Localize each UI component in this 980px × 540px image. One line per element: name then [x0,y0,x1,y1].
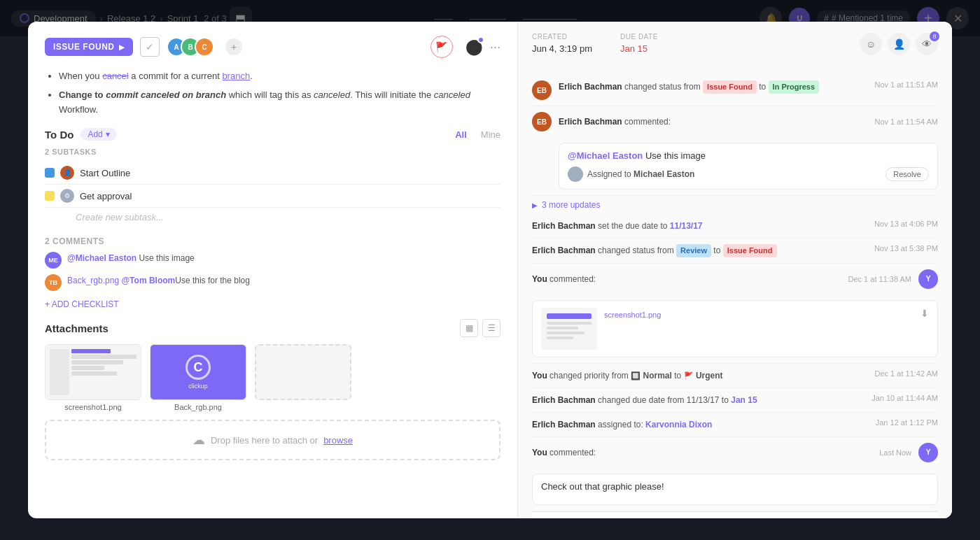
attachment-name-1: screenshot1.png [45,403,141,411]
eye-icon[interactable]: 👁 8 [916,33,938,55]
create-subtask-input[interactable]: Create new subtask... [45,208,500,227]
mention-1[interactable]: @Michael Easton [67,253,136,263]
list-view-button[interactable]: ☰ [482,319,500,337]
priority-urgent: Urgent [696,371,723,381]
subtasks-label: 2 SUBTASKS [45,148,500,156]
activity-item-4: Erlich Bachman changed status from Revie… [532,239,938,264]
smiley-icon[interactable]: ☺ [860,33,882,55]
mock-left [50,349,69,395]
comment-block-9: Check out that graphic please! [532,474,938,505]
add-checklist-label: + ADD CHECKLIST [45,299,119,309]
comment-input-area: ➤ [532,511,938,519]
todo-title: To Do [45,129,74,141]
resolve-button[interactable]: Resolve [886,167,929,181]
status-to-1: In Progress [769,80,820,94]
assign-avatar [568,166,583,182]
download-icon[interactable]: ⬇ [920,308,929,319]
attachment-thumb-3[interactable] [255,344,351,400]
activity-item-6: You changed priority from 🔲 Normal to 🚩 … [532,364,938,388]
activity-item-5: You commented: Dec 1 at 11:38 AM Y [532,264,938,364]
act-name-4: Erlich Bachman [532,246,596,255]
screenshot-filename[interactable]: screenshot1.png [604,311,661,319]
flag-button[interactable]: 🚩 [430,36,453,58]
status-to-2: Issue Found [723,244,777,257]
attachments-header: Attachments ▦ ☰ [45,319,500,337]
attachment-2: C clickup Back_rgb.png [150,344,246,411]
you-label-1: You [532,274,547,284]
upload-icon: ☁ [192,432,205,448]
right-meta: CREATED Jun 4, 3:19 pm DUE DATE Jan 15 ☺… [532,33,938,64]
comment-row-2: TB Back_rgb.png @Tom BloomUse this for t… [45,274,500,291]
img-bar [547,313,592,319]
comments-header: 2 COMMENTS [45,236,500,246]
more-options-button[interactable]: ··· [490,40,500,55]
tab-all[interactable]: All [455,129,467,140]
act-avatar-5: Y [918,269,938,289]
old-due: 11/13/17 [687,395,720,405]
you-label-3: You [532,448,547,457]
act-text-8: Erlich Bachman assigned to: Karvonnia Di… [532,418,869,431]
comment-block-2: @Michael Easton Use this image Assigned … [559,143,938,190]
github-notif-dot [477,36,484,43]
issue-header: ISSUE FOUND ▶ ✓ A B C + 🚩 ⬤ ··· [45,36,500,58]
issue-modal: ISSUE FOUND ▶ ✓ A B C + 🚩 ⬤ ··· [28,22,952,518]
bold-text: Change to commit canceled on branch [59,90,226,100]
mention-link-2[interactable]: @Michael Easton [568,150,643,161]
todo-add-button[interactable]: Add ▾ [80,128,116,141]
due-value: Jan 15 [620,43,658,54]
img-line-3 [547,332,584,334]
complete-check[interactable]: ✓ [140,37,160,57]
issue-found-button[interactable]: ISSUE FOUND ▶ [45,38,133,56]
due-label: DUE DATE [620,33,658,41]
mock-row-5 [71,371,117,376]
act-name-2: Erlich Bachman [559,117,622,127]
avatar-3[interactable]: C [195,37,214,57]
browse-link[interactable]: browse [323,435,353,446]
add-checklist-button[interactable]: + ADD CHECKLIST [45,299,500,309]
attachment-3 [255,344,351,411]
act-text-6: You changed priority from 🔲 Normal to 🚩 … [532,369,868,382]
drop-zone[interactable]: ☁ Drop files here to attach or browse [45,420,500,460]
todo-header: To Do Add ▾ All Mine [45,128,500,141]
comment-block-text-9: Check out that graphic please! [541,481,929,492]
subtask-text-2: Get approval [80,191,132,201]
file-link[interactable]: Back_rgb.png [67,276,119,285]
act-time-6: Dec 1 at 11:42 AM [875,369,939,378]
mention-2[interactable]: @Tom Bloom [121,276,175,285]
clickup-logo: C [186,355,211,380]
attachment-thumb-2[interactable]: C clickup [150,344,246,400]
comment-block-text-2: @Michael Easton Use this image [568,150,929,161]
view-toggle: ▦ ☰ [460,319,500,337]
act-time-8: Jan 12 at 1:12 PM [876,418,938,427]
priority-normal: Normal [643,371,672,381]
branch-link[interactable]: branch [222,71,250,81]
you-label-2: You [532,371,547,381]
person-icon[interactable]: 👤 [888,33,910,55]
github-icon[interactable]: ⬤ [465,38,483,56]
act-name-7: Erlich Bachman [532,395,596,405]
act-time-9: Last Now [879,448,911,457]
comment-text-2: Back_rgb.png @Tom BloomUse this for the … [67,274,250,287]
img-thumb[interactable] [541,308,597,350]
mock-row-4 [71,366,104,370]
mock-content [71,349,136,395]
attachment-thumb-1[interactable] [45,344,141,400]
add-assignee-button[interactable]: + [225,38,242,55]
assignee-link: Karvonnia Dixon [645,420,712,429]
add-label: Add [88,129,102,139]
act-text-1: Erlich Bachman changed status from Issue… [559,80,868,94]
activity-item-7: Erlich Bachman changed due date from 11/… [532,388,938,413]
more-updates[interactable]: ▶ 3 more updates [532,196,938,214]
act-avatar-1: EB [532,80,552,100]
mock-row-3 [71,360,123,364]
new-due: Jan 15 [731,395,757,405]
tab-mine[interactable]: Mine [481,129,500,140]
screenshot-mock [46,345,141,399]
more-updates-text: 3 more updates [542,200,600,210]
priority-flag-urgent: 🚩 [684,371,694,380]
created-label: CREATED [532,33,592,41]
grid-view-button[interactable]: ▦ [460,319,478,337]
act-name-8: Erlich Bachman [532,420,596,429]
mock-sidebar [50,349,136,395]
meta-icons: ☺ 👤 👁 8 [860,33,938,55]
